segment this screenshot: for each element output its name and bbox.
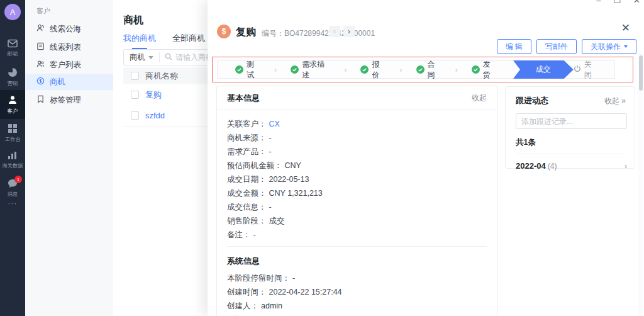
primary-nav-rail: A 邮箱 营销 客户 工作台 海关数据 1 消息 ·· [0, 0, 25, 316]
opportunity-detail-panel: $ 复购 编号：BO4728994220422000001 ‹ › ✕ 编 辑 … [208, 0, 644, 316]
add-follow-up-input[interactable] [516, 113, 627, 129]
field-row: 销售阶段：成交 [227, 214, 487, 228]
field-row: 关联客户：CX [227, 117, 487, 131]
detail-actions: 编 辑 写邮件 关联操作 [497, 39, 636, 54]
sidebar-item-tag-management[interactable]: 标签管理 [25, 92, 113, 108]
marketing-icon [8, 67, 18, 77]
follow-up-group-row[interactable]: 2022-04(4) › [506, 154, 635, 171]
rail-item-workbench[interactable]: 工作台 [0, 123, 25, 144]
prev-record-button[interactable]: ‹ [329, 26, 340, 37]
rail-item-marketing[interactable]: 营销 [0, 67, 25, 87]
window-controls: – ☐ ✕ [596, 0, 640, 5]
field-row: 成交信息：- [227, 200, 487, 214]
stage-done[interactable]: 发货 [472, 59, 497, 81]
close-icon[interactable]: ✕ [621, 23, 630, 33]
field-row: 资料更新时间：2022-05-07 15:09:27 [227, 313, 487, 316]
rail-item-customer[interactable]: 客户 [0, 95, 25, 115]
check-circle-icon [235, 65, 243, 74]
tab-my-opportunities[interactable]: 我的商机 [123, 33, 156, 49]
collapse-basic-info-link[interactable]: 收起 [472, 93, 487, 103]
stage-done[interactable]: 报价 [360, 59, 386, 81]
sidebar-item-customer-list[interactable]: 客户列表 [25, 57, 113, 73]
stage-current[interactable]: 成交 [513, 60, 574, 79]
opportunity-link[interactable]: 复购 [145, 89, 162, 101]
field-row: 备注：- [227, 228, 487, 242]
rail-item-mail[interactable]: 邮箱 [0, 39, 25, 58]
rail-item-messages[interactable]: 1 消息 [0, 179, 25, 198]
row-checkbox[interactable] [131, 91, 139, 99]
stage-closed[interactable]: 关闭 [574, 59, 598, 81]
field-row: 成交日期：2022-05-13 [227, 172, 487, 186]
scrollbar-track[interactable] [638, 53, 643, 316]
system-info-title: 系统信息 [227, 252, 487, 271]
workbench-icon [8, 123, 18, 133]
list-tabs: 我的商机 全部商机 [123, 33, 205, 49]
select-all-checkbox[interactable] [131, 72, 139, 80]
window-close-button[interactable]: ✕ [633, 0, 640, 5]
mail-icon [8, 39, 18, 48]
customer-list-icon [36, 60, 45, 70]
sales-stage-stepper: 测试 › 需求描述 › 报价 › 合同 › 发货 成交 [217, 60, 615, 79]
customs-data-icon [8, 151, 18, 160]
chevron-down-icon [148, 56, 153, 59]
opportunity-link[interactable]: szfdd [145, 111, 165, 120]
sidebar-item-lead-list[interactable]: 线索列表 [25, 39, 113, 55]
related-operations-button[interactable]: 关联操作 [582, 39, 636, 54]
stage-done[interactable]: 需求描述 [291, 59, 330, 81]
lead-list-icon [36, 42, 45, 52]
stage-separator-icon: › [455, 65, 458, 74]
follow-up-card: 跟进动态 收起 » 共1条 2022-04(4) › [505, 86, 635, 169]
basic-info-card: 基本信息 收起 关联客户：CX 商机来源：- 需求产品：- 预估商机金额：CNY… [216, 86, 497, 316]
write-email-button[interactable]: 写邮件 [536, 39, 577, 54]
field-row: 创建人：admin [227, 299, 487, 313]
related-customer-link[interactable]: CX [269, 120, 280, 128]
basic-info-title: 基本信息 [227, 93, 260, 104]
opportunity-money-icon: $ [217, 25, 231, 38]
message-badge: 1 [14, 176, 22, 183]
field-row: 商机来源：- [227, 131, 487, 145]
edit-button[interactable]: 编 辑 [497, 39, 531, 54]
field-row: 需求产品：- [227, 145, 487, 159]
message-icon: 1 [8, 179, 18, 188]
avatar[interactable]: A [4, 4, 21, 20]
tab-all-opportunities[interactable]: 全部商机 [172, 33, 205, 49]
stage-done[interactable]: 测试 [235, 59, 260, 81]
collapse-follow-up-link[interactable]: 收起 » [604, 96, 626, 106]
follow-up-title: 跟进动态 [516, 95, 548, 106]
field-row: 成交金额：CNY 1,321,213 [227, 186, 487, 200]
minimize-button[interactable]: – [596, 0, 601, 5]
row-checkbox[interactable] [131, 111, 139, 120]
stage-separator-icon: › [344, 65, 347, 74]
sidebar-item-opportunity[interactable]: 商机 [25, 74, 113, 90]
maximize-button[interactable]: ☐ [613, 0, 621, 5]
divider [227, 246, 487, 247]
check-circle-icon [472, 65, 480, 74]
page-title: 商机 [123, 14, 143, 27]
stage-separator-icon: › [400, 65, 402, 74]
sidebar-item-lead-pool[interactable]: 线索公海 [25, 21, 113, 37]
lead-pool-icon [36, 24, 45, 34]
chevron-down-icon [624, 45, 628, 48]
follow-up-count: 共1条 [516, 137, 625, 148]
check-circle-icon [360, 65, 369, 74]
secondary-sidebar: 客户 线索公海 线索列表 客户列表 商机 标签管理 [25, 0, 113, 316]
stage-separator-icon: › [274, 65, 277, 74]
search-icon [165, 52, 172, 63]
detail-code: 编号：BO4728994220422000001 [262, 28, 375, 39]
stage-done[interactable]: 合同 [416, 59, 441, 81]
column-header-name: 商机名称 [145, 71, 178, 82]
rail-item-customs-data[interactable]: 海关数据 [0, 151, 25, 170]
sidebar-section-header: 客户 [36, 6, 50, 16]
scrollbar-thumb[interactable] [639, 55, 643, 91]
field-row: 本阶段停留时间：- [227, 271, 487, 285]
power-icon [574, 65, 581, 74]
rail-more-button[interactable]: ··· [0, 199, 25, 208]
opportunity-icon [36, 77, 45, 87]
check-circle-icon [416, 65, 425, 74]
customer-icon [8, 95, 18, 105]
field-row: 创建时间：2022-04-22 15:27:44 [227, 285, 487, 299]
filter-field-dropdown[interactable]: 商机 [124, 52, 159, 63]
next-record-button[interactable]: › [343, 26, 355, 37]
chevron-right-icon: › [625, 161, 627, 171]
app-window: – ☐ ✕ A 邮箱 营销 客户 工作台 海关数据 [0, 0, 644, 316]
